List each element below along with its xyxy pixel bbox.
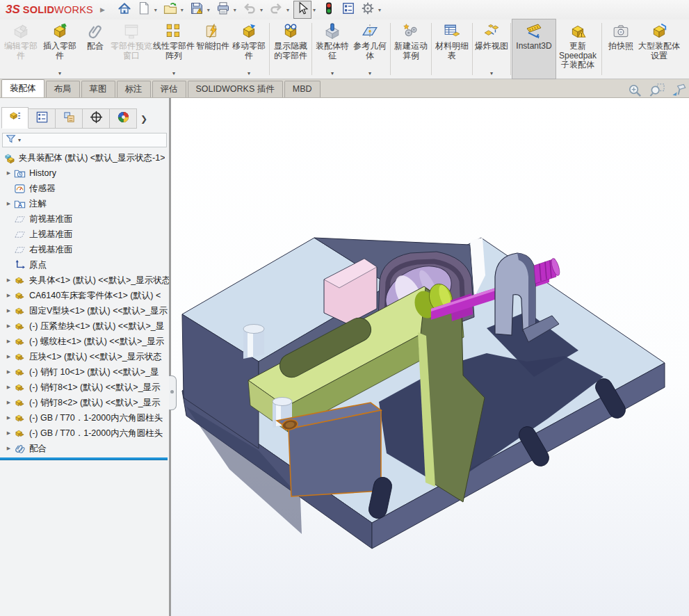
ribbon-dropdown-arrow[interactable]: ▾: [58, 70, 61, 79]
visibility-button[interactable]: [320, 1, 338, 19]
expand-arrow-icon[interactable]: ▶: [4, 308, 13, 314]
ribbon-dropdown-arrow[interactable]: ▾: [368, 70, 371, 79]
tab-MBD[interactable]: MBD: [284, 81, 321, 97]
model-pin[interactable]: [243, 325, 264, 359]
options-list-button[interactable]: [339, 1, 357, 19]
expand-arrow-icon[interactable]: ▶: [4, 354, 13, 359]
new-document-button[interactable]: [135, 1, 153, 19]
3d-model-fixture-assembly[interactable]: [171, 98, 689, 616]
ribbon-button-large-assembly[interactable]: 大型装配体设置: [638, 19, 680, 79]
tree-row[interactable]: ▶(-) 压紧垫块<1> (默认) <<默认>_显: [0, 318, 169, 334]
tree-row[interactable]: ▶History: [0, 165, 169, 181]
expand-arrow-icon[interactable]: ▶: [4, 369, 13, 375]
redo-dropdown-arrow[interactable]: ▾: [286, 7, 289, 13]
expand-arrow-icon[interactable]: ▶: [4, 170, 13, 176]
expand-arrow-icon[interactable]: ▶: [4, 430, 13, 436]
panel-splitter-handle[interactable]: [169, 375, 177, 410]
tree-row[interactable]: ▶配合: [0, 441, 169, 456]
graphics-viewport[interactable]: [171, 98, 689, 616]
tree-row[interactable]: ▶固定V型块<1> (默认) <<默认>_显示: [0, 303, 169, 318]
tree-row[interactable]: ▶(-) GB / T70．1-2000内六角圆柱头: [0, 410, 169, 425]
t-part-icon: [14, 336, 26, 348]
select-button[interactable]: [293, 1, 311, 19]
expand-arrow-icon[interactable]: ▶: [4, 446, 13, 451]
save-button[interactable]: [188, 1, 206, 19]
ribbon-button-bom[interactable]: 材料明细表: [433, 19, 471, 79]
tree-row[interactable]: ▶(-) 销钉 10<1> (默认) <<默认>_显: [0, 364, 169, 380]
pt-feature-icon: [8, 110, 22, 126]
tab-评估[interactable]: 评估: [152, 81, 186, 97]
ribbon-button-move-component[interactable]: 移动零部件▾: [230, 19, 268, 79]
tab-标注[interactable]: 标注: [117, 81, 151, 97]
tab-SOLIDWORKS 插件[interactable]: SOLIDWORKS 插件: [188, 81, 283, 97]
tree-row[interactable]: ▶(-) 销钉8<1> (默认) <<默认>_显示: [0, 380, 169, 395]
settings-button[interactable]: [359, 1, 377, 19]
filter-dropdown-arrow[interactable]: ▾: [18, 137, 21, 143]
ribbon-button-reference-geometry[interactable]: 参考几何体▾: [351, 19, 389, 79]
tree-row[interactable]: ▶CA6140车床套零件体<1> (默认) <: [0, 288, 169, 303]
ribbon-dropdown-arrow[interactable]: ▾: [490, 70, 493, 79]
tab-草图[interactable]: 草图: [81, 81, 115, 97]
tree-row[interactable]: 传感器: [0, 181, 169, 196]
tree-row[interactable]: ▶(-) GB / T70．1-2000内六角圆柱头: [0, 425, 169, 441]
ribbon-dropdown-arrow[interactable]: ▾: [331, 70, 334, 79]
expand-arrow-icon[interactable]: ▶: [4, 201, 13, 206]
tab-装配体[interactable]: 装配体: [1, 79, 44, 97]
ribbon-button-snapshot[interactable]: 拍快照: [603, 19, 638, 79]
save-dropdown-arrow[interactable]: ▾: [207, 7, 210, 13]
ribbon-button-component-preview: 零部件预览窗口: [111, 19, 152, 79]
expand-arrow-icon[interactable]: ▶: [4, 400, 13, 405]
home-button[interactable]: [115, 1, 133, 19]
expand-arrow-icon[interactable]: ▶: [4, 384, 13, 390]
panel-tab-displaymanager[interactable]: [110, 108, 137, 129]
expand-arrow-icon[interactable]: ▶: [4, 293, 13, 298]
tree-filter-field[interactable]: ▾: [2, 133, 167, 147]
ribbon-button-linear-pattern[interactable]: 线性零部件阵列▾: [152, 19, 195, 79]
ribbon-button-motion-study[interactable]: 新建运动算例: [392, 19, 430, 79]
panel-tab-configurationmanager[interactable]: [56, 108, 83, 129]
panel-tab-dimxpertmanager[interactable]: [83, 108, 110, 129]
open-document-button[interactable]: [161, 1, 179, 19]
undo-dropdown-arrow[interactable]: ▾: [260, 7, 263, 13]
menu-flyout-arrow[interactable]: ▶: [100, 6, 105, 13]
tree-row[interactable]: ▶压块<1> (默认) <<默认>_显示状态: [0, 349, 169, 364]
previous-view-button[interactable]: [672, 83, 688, 99]
tree-row[interactable]: ▶夹具体<1> (默认) <<默认>_显示状态: [0, 273, 169, 288]
tree-row[interactable]: 原点: [0, 257, 169, 273]
panel-tab-featuremanager-tree[interactable]: [1, 107, 29, 129]
ribbon-button-instant3d[interactable]: Instant3D: [512, 19, 556, 79]
open-document-dropdown-arrow[interactable]: ▾: [181, 7, 184, 13]
ribbon-dropdown-arrow[interactable]: ▾: [248, 70, 250, 79]
print-button[interactable]: [214, 1, 232, 19]
tree-row[interactable]: 右视基准面: [0, 242, 169, 257]
expand-arrow-icon[interactable]: ▶: [4, 415, 13, 421]
tree-row[interactable]: 前视基准面: [0, 211, 169, 227]
expand-arrow-icon[interactable]: ▶: [4, 323, 13, 329]
ribbon-button-mate[interactable]: 配合: [80, 19, 111, 79]
tree-row[interactable]: ▶(-) 螺纹柱<1> (默认) <<默认>_显示: [0, 334, 169, 349]
zoom-to-area-button[interactable]: [649, 83, 665, 99]
panel-flyout-arrow[interactable]: ❯: [137, 108, 151, 129]
settings-dropdown-arrow[interactable]: ▾: [378, 7, 381, 13]
expand-arrow-icon[interactable]: ▶: [4, 339, 13, 344]
ribbon-button-speedpak[interactable]: 更新Speedpak子装配体: [556, 19, 600, 79]
model-screw-head[interactable]: [534, 257, 561, 284]
ribbon-button-smart-fasteners[interactable]: 智能扣件: [195, 19, 230, 79]
ribbon-button-exploded-view[interactable]: 爆炸视图▾: [474, 19, 509, 79]
rollback-bar[interactable]: [0, 457, 168, 460]
zoom-to-fit-button[interactable]: [627, 83, 643, 99]
ribbon-button-assembly-features[interactable]: 装配体特征▾: [314, 19, 351, 79]
expand-arrow-icon[interactable]: ▶: [4, 277, 13, 283]
ribbon-button-insert-component[interactable]: 插入零部件▾: [40, 19, 80, 79]
tab-布局[interactable]: 布局: [46, 81, 80, 97]
tree-row[interactable]: 上视基准面: [0, 227, 169, 242]
ribbon-dropdown-arrow[interactable]: ▾: [172, 70, 175, 79]
select-dropdown-arrow[interactable]: ▾: [313, 7, 316, 13]
tree-row[interactable]: 夹具装配体 (默认) <默认_显示状态-1>: [0, 150, 169, 165]
tree-row[interactable]: ▶(-) 销钉8<2> (默认) <<默认>_显示: [0, 395, 169, 410]
tree-row[interactable]: ▶A注解: [0, 196, 169, 211]
print-dropdown-arrow[interactable]: ▾: [234, 7, 236, 13]
panel-tab-propertymanager[interactable]: [29, 108, 56, 129]
new-document-dropdown-arrow[interactable]: ▾: [154, 7, 157, 13]
ribbon-button-show-hidden[interactable]: 显示隐藏的零部件: [271, 19, 310, 79]
